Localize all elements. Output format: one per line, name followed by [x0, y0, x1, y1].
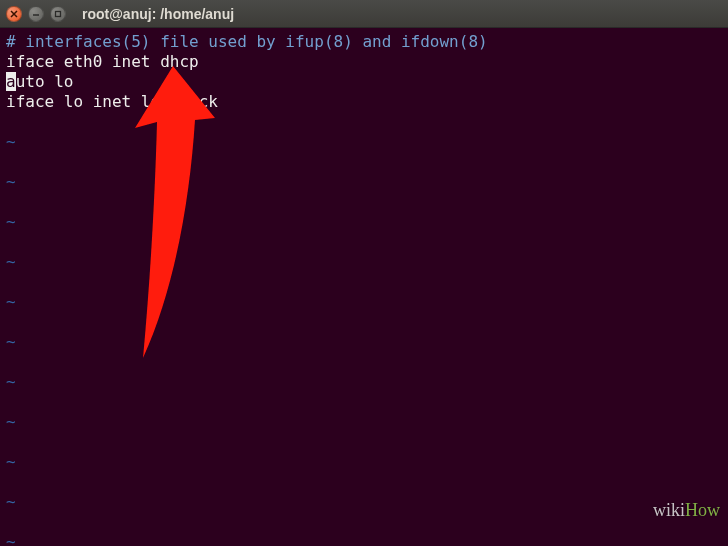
window-controls — [6, 6, 66, 22]
vim-tilde: ~ — [6, 532, 16, 546]
vim-tilde: ~ — [6, 492, 16, 511]
vim-tilde: ~ — [6, 452, 16, 471]
vim-tilde: ~ — [6, 212, 16, 231]
close-button[interactable] — [6, 6, 22, 22]
svg-rect-0 — [56, 11, 61, 16]
watermark: wikiHow — [626, 480, 720, 540]
minimize-button[interactable] — [28, 6, 44, 22]
vim-tilde: ~ — [6, 252, 16, 271]
maximize-icon — [54, 10, 62, 18]
vim-tilde: ~ — [6, 332, 16, 351]
maximize-button[interactable] — [50, 6, 66, 22]
titlebar[interactable]: root@anuj: /home/anuj — [0, 0, 728, 28]
config-line-iface-lo: iface lo inet loopback — [6, 92, 218, 111]
vim-tilde: ~ — [6, 412, 16, 431]
vim-tilde: ~ — [6, 292, 16, 311]
config-line-iface-eth0: iface eth0 inet dhcp — [6, 52, 199, 71]
vim-tilde: ~ — [6, 132, 16, 151]
minimize-icon — [32, 10, 40, 18]
terminal-window: root@anuj: /home/anuj # interfaces(5) fi… — [0, 0, 728, 546]
comment-line: # interfaces(5) file used by ifup(8) and… — [6, 32, 488, 51]
vim-tilde: ~ — [6, 172, 16, 191]
watermark-wiki: wiki — [653, 500, 685, 520]
terminal-content[interactable]: # interfaces(5) file used by ifup(8) and… — [0, 28, 728, 546]
window-title: root@anuj: /home/anuj — [82, 6, 234, 22]
watermark-how: How — [685, 500, 720, 520]
cursor: a — [6, 72, 16, 91]
vim-tilde: ~ — [6, 372, 16, 391]
config-line-auto-lo: uto lo — [16, 72, 74, 91]
close-icon — [10, 10, 18, 18]
